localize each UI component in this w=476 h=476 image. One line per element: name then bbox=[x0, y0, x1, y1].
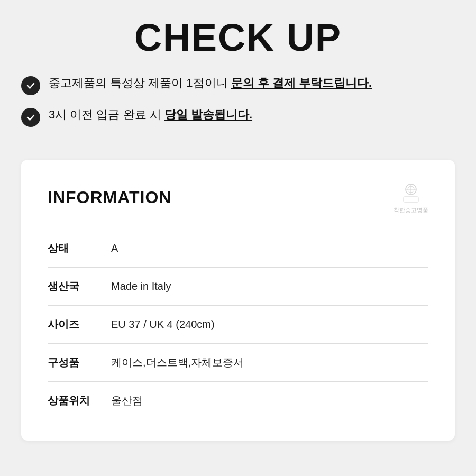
table-row: 상태 A bbox=[48, 230, 428, 268]
check-item-1: 중고제품의 특성상 제품이 1점이니 문의 후 결제 부탁드립니다. bbox=[21, 75, 455, 95]
table-row: 구성품 케이스,더스트백,자체보증서 bbox=[48, 344, 428, 382]
check-highlight-text-2: 당일 발송됩니다. bbox=[164, 108, 252, 121]
top-section: CHECK UP 중고제품의 특성상 제품이 1점이니 문의 후 결제 부탁드립… bbox=[0, 0, 476, 160]
svg-rect-4 bbox=[404, 197, 418, 202]
information-card: INFORMATION 착한중고명품 상태 A 생산국 Made in Ital… bbox=[21, 160, 455, 441]
brand-watermark: 착한중고명품 bbox=[393, 181, 428, 214]
table-row: 생산국 Made in Italy bbox=[48, 268, 428, 306]
check-normal-text-2: 3시 이전 입금 완료 시 bbox=[49, 108, 164, 121]
check-item-2: 3시 이전 입금 완료 시 당일 발송됩니다. bbox=[21, 107, 455, 127]
row-value-2: EU 37 / UK 4 (240cm) bbox=[111, 318, 215, 331]
table-row: 사이즈 EU 37 / UK 4 (240cm) bbox=[48, 306, 428, 344]
row-value-3: 케이스,더스트백,자체보증서 bbox=[111, 355, 244, 370]
check-normal-text-1: 중고제품의 특성상 제품이 1점이니 bbox=[49, 76, 231, 89]
checkmark-icon-1 bbox=[25, 80, 36, 91]
check-text-1: 중고제품의 특성상 제품이 1점이니 문의 후 결제 부탁드립니다. bbox=[49, 75, 455, 91]
check-icon-1 bbox=[21, 76, 40, 95]
row-label-0: 상태 bbox=[48, 241, 111, 255]
check-highlight-text-1: 문의 후 결제 부탁드립니다. bbox=[231, 76, 372, 89]
row-value-4: 울산점 bbox=[111, 393, 143, 408]
checkmark-icon-2 bbox=[25, 112, 36, 123]
row-value-1: Made in Italy bbox=[111, 280, 171, 292]
row-label-3: 구성품 bbox=[48, 355, 111, 370]
brand-logo-icon bbox=[399, 181, 423, 204]
check-text-2: 3시 이전 입금 완료 시 당일 발송됩니다. bbox=[49, 107, 455, 123]
row-value-0: A bbox=[111, 242, 118, 254]
check-icon-2 bbox=[21, 108, 40, 127]
row-label-1: 생산국 bbox=[48, 279, 111, 294]
page-title: CHECK UP bbox=[21, 11, 455, 75]
brand-name-text: 착한중고명품 bbox=[393, 206, 428, 214]
row-label-4: 상품위치 bbox=[48, 393, 111, 408]
row-label-2: 사이즈 bbox=[48, 317, 111, 332]
table-row: 상품위치 울산점 bbox=[48, 382, 428, 419]
info-table: 상태 A 생산국 Made in Italy 사이즈 EU 37 / UK 4 … bbox=[48, 230, 428, 419]
info-section-title: INFORMATION bbox=[48, 188, 171, 207]
info-header: INFORMATION 착한중고명품 bbox=[48, 181, 428, 214]
